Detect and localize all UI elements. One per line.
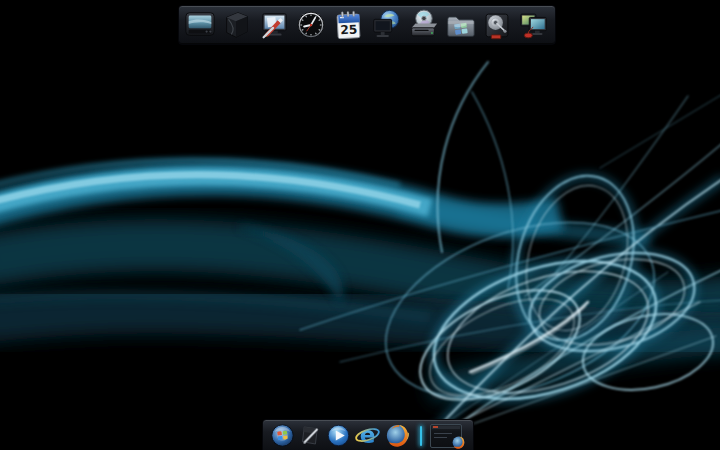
clock-icon	[294, 8, 328, 42]
black-box-icon	[220, 8, 254, 42]
windows-folder-icon	[443, 8, 477, 42]
dock-item-display-tools[interactable]	[256, 6, 292, 44]
thumbnail-content-line	[434, 433, 452, 434]
network-computers-icon	[517, 8, 551, 42]
internet-globe-icon	[369, 8, 403, 42]
dock-item-internet-globe[interactable]	[368, 6, 404, 44]
dock-item-windows-folder[interactable]	[442, 6, 478, 44]
firefox-icon	[384, 422, 411, 449]
dock-item-calendar[interactable]: 25	[330, 6, 366, 44]
ie-glyph: e	[360, 422, 376, 448]
running-app-thumbnail-firefox[interactable]	[430, 424, 462, 448]
dock-item-clock[interactable]	[293, 6, 329, 44]
top-dock[interactable]: 25	[178, 5, 556, 45]
dock-item-tv-media[interactable]	[182, 6, 218, 44]
calendar-icon: 25	[331, 8, 365, 42]
dock-item-hard-disk[interactable]	[479, 6, 515, 44]
windows-start-orb-icon	[270, 423, 295, 448]
dock-item-journal-pen[interactable]	[297, 420, 324, 450]
media-player-icon	[326, 423, 351, 448]
journal-pen-icon	[298, 423, 323, 448]
dock-item-internet-explorer[interactable]: e	[353, 420, 382, 450]
dock-item-media-player[interactable]	[325, 420, 352, 450]
bottom-dock[interactable]: e	[262, 419, 474, 450]
internet-explorer-icon: e	[354, 422, 381, 449]
optical-drive-icon	[406, 8, 440, 42]
thumbnail-content-line	[434, 437, 447, 438]
dock-item-optical-drive[interactable]	[405, 6, 441, 44]
thumbnail-accent	[433, 426, 438, 428]
dock-separator	[420, 426, 422, 446]
tv-media-icon	[183, 8, 217, 42]
dock-item-network-computers[interactable]	[516, 6, 552, 44]
hard-disk-icon	[480, 8, 514, 42]
desktop[interactable]: { "desktop": { "background_color": "#000…	[0, 0, 720, 450]
calendar-day: 25	[340, 22, 358, 37]
dock-item-black-box[interactable]	[219, 6, 255, 44]
firefox-badge-icon	[451, 435, 466, 450]
dock-item-firefox[interactable]	[383, 420, 412, 450]
display-tools-icon	[257, 8, 291, 42]
wallpaper-abstract-swirls	[0, 0, 720, 450]
dock-item-start-orb[interactable]	[269, 420, 296, 450]
